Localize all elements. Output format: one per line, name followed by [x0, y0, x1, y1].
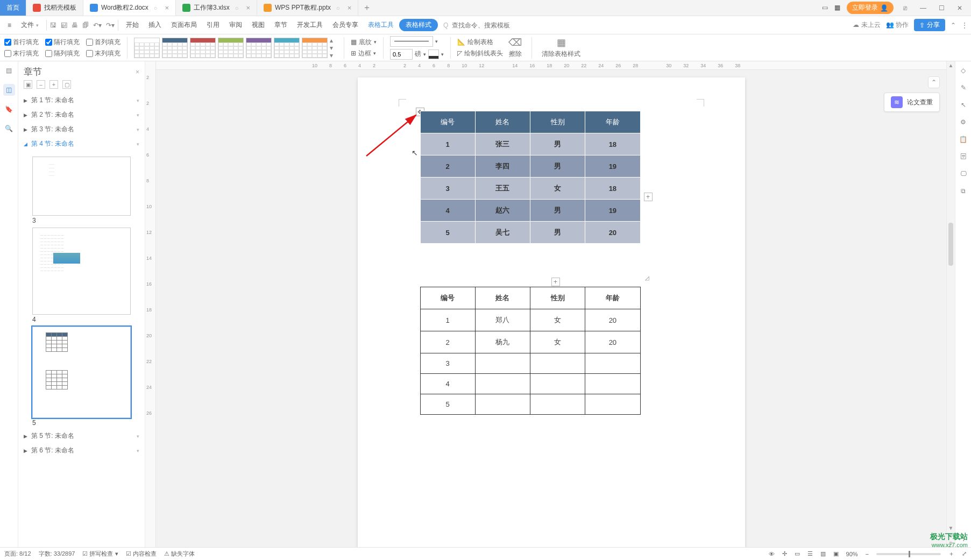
- menu-start[interactable]: 开始: [122, 20, 143, 30]
- chk-banded-row[interactable]: 隔行填充: [45, 38, 80, 47]
- tool-add-icon[interactable]: +: [49, 80, 58, 89]
- print-preview-icon[interactable]: 🗟: [61, 22, 67, 29]
- view-web-icon[interactable]: ▥: [820, 550, 826, 557]
- file-menu[interactable]: 文件 ▾: [17, 20, 43, 30]
- table-header-cell[interactable]: 姓名: [475, 287, 530, 309]
- view-read-icon[interactable]: ▣: [833, 550, 839, 557]
- search-input[interactable]: [451, 21, 521, 30]
- shading-button[interactable]: ▦底纹▾: [351, 38, 377, 47]
- clear-style-button[interactable]: ▦清除表格样式: [538, 37, 584, 59]
- gallery-more[interactable]: ▴▾▾: [330, 36, 337, 60]
- chk-first-col[interactable]: 首列填充: [86, 38, 121, 47]
- plain-data-table[interactable]: 编号姓名性别年龄 1郑八女202杨九女20345: [420, 287, 641, 415]
- pen-color-button[interactable]: [428, 49, 439, 59]
- table-cell[interactable]: [585, 353, 640, 374]
- zoom-slider[interactable]: [876, 553, 941, 555]
- table-cell[interactable]: 李四: [475, 155, 530, 178]
- line-width-input[interactable]: [390, 49, 413, 60]
- menu-member[interactable]: 会员专享: [328, 20, 363, 30]
- rail-outline-icon[interactable]: ▤: [3, 65, 15, 76]
- table-add-col-button[interactable]: +: [644, 193, 653, 201]
- menu-review[interactable]: 审阅: [225, 20, 246, 30]
- eraser-button[interactable]: ⌫擦除: [505, 37, 525, 59]
- tab-templates[interactable]: 找稻壳模板: [26, 0, 83, 16]
- rail-display-icon[interactable]: 🖵: [960, 170, 967, 178]
- status-contentcheck[interactable]: ☑ 内容检查: [126, 550, 157, 558]
- chk-last-row[interactable]: 末行填充: [4, 49, 39, 58]
- redo-icon[interactable]: ↷▾: [106, 22, 115, 29]
- more-menu-icon[interactable]: ⋮: [961, 22, 968, 29]
- section-item[interactable]: ▶第 6 节: 未命名▾: [18, 443, 145, 458]
- command-search[interactable]: Q: [443, 21, 521, 30]
- table-cell[interactable]: [475, 374, 530, 394]
- table-header-cell[interactable]: 姓名: [475, 111, 530, 133]
- menu-layout[interactable]: 页面布局: [167, 20, 201, 30]
- section-item[interactable]: ◢第 4 节: 未命名▾: [18, 137, 145, 151]
- menu-section[interactable]: 章节: [270, 20, 292, 30]
- app-menu-icon[interactable]: ≡: [3, 22, 16, 29]
- table-style-swatch[interactable]: [302, 38, 328, 58]
- menu-dev[interactable]: 开发工具: [293, 20, 327, 30]
- table-style-swatch[interactable]: [134, 38, 160, 58]
- table-style-swatch[interactable]: [274, 38, 300, 58]
- layout-icon[interactable]: ▭: [822, 4, 830, 12]
- table-header-cell[interactable]: 编号: [420, 287, 475, 309]
- menu-reference[interactable]: 引用: [202, 20, 224, 30]
- table-cell[interactable]: 吴七: [475, 222, 530, 244]
- table-cell[interactable]: 张三: [475, 133, 530, 155]
- tab-add-button[interactable]: ＋: [358, 0, 375, 16]
- scroll-thumb[interactable]: [948, 223, 953, 266]
- table-resize-handle[interactable]: ◿: [643, 273, 651, 282]
- table-header-cell[interactable]: 性别: [530, 287, 585, 309]
- window-minimize-icon[interactable]: —: [916, 4, 930, 12]
- table-cell[interactable]: 男: [530, 155, 585, 178]
- table-cell[interactable]: 赵六: [475, 200, 530, 222]
- float-collapse-button[interactable]: ⌃: [928, 76, 940, 88]
- section-item[interactable]: ▶第 3 节: 未命名▾: [18, 122, 145, 137]
- status-page[interactable]: 页面: 8/12: [4, 550, 31, 558]
- status-words[interactable]: 字数: 33/2897: [39, 550, 75, 558]
- table-cell[interactable]: [585, 394, 640, 415]
- rail-style-icon[interactable]: ◇: [961, 67, 966, 74]
- table-style-swatch[interactable]: [218, 38, 244, 58]
- table-cell[interactable]: 3: [420, 353, 475, 374]
- print-icon[interactable]: 🖶: [72, 22, 78, 29]
- draw-table-button[interactable]: 📐绘制表格: [457, 38, 503, 47]
- status-focus-icon[interactable]: ✢: [782, 550, 787, 557]
- section-item[interactable]: ▶第 2 节: 未命名▾: [18, 108, 145, 122]
- rail-search-icon[interactable]: 🔍: [3, 123, 15, 134]
- table-style-swatch[interactable]: [246, 38, 272, 58]
- page-thumbnail[interactable]: ————————: [32, 157, 131, 216]
- tool-collapse-icon[interactable]: –: [37, 80, 45, 89]
- window-close-icon[interactable]: ✕: [953, 4, 967, 12]
- table-cell[interactable]: 女: [530, 309, 585, 331]
- table-header-cell[interactable]: 年龄: [585, 111, 640, 133]
- section-item[interactable]: ▶第 5 节: 未命名▾: [18, 429, 145, 443]
- rail-clipboard-icon[interactable]: 📋: [959, 136, 967, 143]
- section-item[interactable]: ▶第 1 节: 未命名▾: [18, 93, 145, 108]
- view-page-icon[interactable]: ▭: [795, 550, 800, 557]
- line-style-select[interactable]: [390, 36, 433, 47]
- table-cell[interactable]: [585, 374, 640, 394]
- close-icon[interactable]: ×: [246, 4, 250, 12]
- table-cell[interactable]: 4: [420, 374, 475, 394]
- scroll-up-icon[interactable]: ▲: [947, 62, 955, 68]
- table-cell[interactable]: 男: [530, 133, 585, 155]
- scroll-down-icon[interactable]: ▼: [947, 525, 955, 531]
- vertical-scrollbar[interactable]: ▲ ▼ ≡ ≡: [946, 61, 955, 547]
- table-cell[interactable]: 20: [585, 331, 640, 353]
- border-button[interactable]: ⊞边框▾: [351, 49, 377, 58]
- status-eye-icon[interactable]: 👁: [769, 551, 775, 557]
- tool-expand-icon[interactable]: ▣: [24, 80, 32, 89]
- chk-last-col[interactable]: 末列填充: [86, 49, 121, 58]
- table-add-row-button[interactable]: +: [551, 278, 560, 286]
- table-cell[interactable]: 18: [585, 178, 640, 200]
- window-compact-icon[interactable]: ⎚: [898, 4, 912, 12]
- table-style-swatch[interactable]: [162, 38, 188, 58]
- status-missing-font[interactable]: ⚠ 缺失字体: [164, 550, 195, 558]
- table-cell[interactable]: 女: [530, 331, 585, 353]
- status-spellcheck[interactable]: ☑ 拼写检查 ▾: [82, 550, 118, 558]
- table-cell[interactable]: [475, 353, 530, 374]
- menu-table-tools[interactable]: 表格工具: [364, 20, 398, 30]
- table-header-cell[interactable]: 性别: [530, 111, 585, 133]
